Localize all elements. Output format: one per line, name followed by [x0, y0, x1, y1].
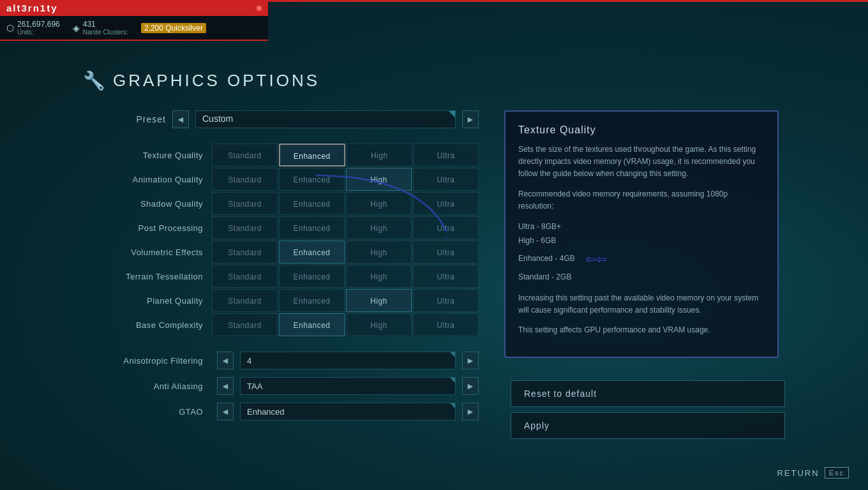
quality-option-button[interactable]: Enhanced	[279, 216, 345, 239]
quality-option-button[interactable]: Enhanced	[279, 144, 346, 167]
units-stat: ⬡ 261,697,696 Units:	[6, 20, 60, 36]
quality-option-button[interactable]: High	[347, 144, 412, 167]
quality-row: Animation QualityStandardEnhancedHighUlt…	[83, 168, 479, 191]
units-label: Units:	[17, 29, 60, 36]
dropdown-right-arrow[interactable]: ►	[462, 377, 479, 395]
dropdown-row-label: Anisotropic Filtering	[83, 356, 211, 366]
nanite-label: Nanite Clusters:	[83, 29, 128, 36]
quality-option-button[interactable]: Ultra	[413, 216, 479, 239]
hud-panel: alt3rn1ty ⬡ 261,697,696 Units: ◈ 431 Nan…	[0, 0, 268, 41]
quicksilver-badge: 2,200 Quicksilver	[141, 23, 206, 33]
quality-option-button[interactable]: Ultra	[413, 168, 479, 191]
quality-option-button[interactable]: Ultra	[414, 144, 479, 167]
dropdown-field[interactable]: TAA	[240, 377, 456, 395]
quality-row-label: Shadow Quality	[83, 199, 211, 209]
dropdown-field[interactable]: 4	[240, 352, 456, 369]
hud-stats-row: ⬡ 261,697,696 Units: ◈ 431 Nanite Cluste…	[0, 16, 268, 40]
preset-left-arrow[interactable]: ◄	[172, 110, 189, 128]
dropdown-row: Anisotropic Filtering◄4►	[83, 349, 479, 372]
quality-option-button[interactable]: High	[346, 289, 412, 312]
quality-row-label: Animation Quality	[83, 175, 211, 184]
dropdown-row: Anti Aliasing◄TAA►	[83, 375, 479, 397]
preset-right-arrow[interactable]: ►	[462, 110, 479, 128]
preset-dropdown[interactable]: Custom	[195, 110, 456, 128]
preset-corner	[449, 111, 455, 117]
dropdown-corner	[450, 403, 455, 408]
dropdown-section: Anisotropic Filtering◄4►Anti Aliasing◄TA…	[83, 349, 479, 423]
main-content: 🔧 Graphics Options Preset ◄ Custom ► Tex…	[83, 70, 868, 426]
quality-row: Planet QualityStandardEnhancedHighUltra	[83, 289, 479, 312]
quality-option-button[interactable]: Standard	[212, 241, 278, 264]
dropdown-left-arrow[interactable]: ◄	[217, 403, 234, 420]
settings-left: Preset ◄ Custom ► Texture QualityStandar…	[83, 110, 479, 426]
quality-row-label: Post Processing	[83, 223, 211, 233]
quality-option-button[interactable]: Ultra	[413, 192, 479, 215]
quality-row-label: Base Complexity	[83, 320, 211, 330]
dropdown-corner	[450, 378, 455, 383]
dropdown-row: GTAO◄Enhanced►	[83, 400, 479, 423]
info-desc3: Increasing this setting past the availab…	[518, 292, 765, 316]
requirement-line: High - 6GB	[518, 234, 765, 248]
quality-option-button[interactable]: Enhanced	[279, 289, 345, 312]
quality-option-button[interactable]: Standard	[212, 144, 278, 167]
nanite-stat: ◈ 431 Nanite Clusters:	[73, 20, 128, 36]
quality-option-button[interactable]: Ultra	[413, 289, 479, 312]
quality-option-button[interactable]: Standard	[212, 313, 278, 336]
quality-option-button[interactable]: Standard	[212, 168, 278, 191]
dropdown-left-arrow[interactable]: ◄	[217, 377, 234, 395]
quality-option-button[interactable]: Enhanced	[279, 265, 345, 288]
quality-option-button[interactable]: Standard	[212, 216, 278, 239]
requirement-line: Enhanced - 4GB⇦⇦	[518, 248, 765, 271]
quality-option-button[interactable]: High	[346, 192, 412, 215]
return-key: Esc	[825, 467, 849, 479]
info-desc4: This setting affects GPU performance and…	[518, 324, 765, 336]
quicksilver-stat: 2,200 Quicksilver	[141, 20, 206, 36]
quality-option-button[interactable]: High	[346, 168, 412, 191]
preset-row: Preset ◄ Custom ►	[83, 110, 479, 128]
quality-option-button[interactable]: Standard	[212, 289, 278, 312]
dropdown-right-arrow[interactable]: ►	[462, 352, 479, 369]
quality-option-button[interactable]: Ultra	[413, 265, 479, 288]
quality-option-button[interactable]: Standard	[212, 265, 278, 288]
quicksilver-value: 2,200	[144, 24, 163, 33]
quality-row: Base ComplexityStandardEnhancedHighUltra	[83, 313, 479, 336]
requirement-line: Ultra - 8GB+	[518, 220, 765, 234]
page-title-area: 🔧 Graphics Options	[83, 70, 868, 91]
hud-dot	[257, 6, 262, 11]
quality-row: Post ProcessingStandardEnhancedHighUltra	[83, 216, 479, 239]
quality-option-button[interactable]: Enhanced	[279, 168, 345, 191]
nanite-icon: ◈	[73, 23, 80, 33]
units-value: 261,697,696	[17, 20, 60, 29]
wrench-icon: 🔧	[83, 70, 105, 91]
dropdown-left-arrow[interactable]: ◄	[217, 352, 234, 369]
dropdown-corner	[450, 352, 455, 357]
dropdown-row-label: Anti Aliasing	[83, 382, 211, 391]
quality-option-button[interactable]: Standard	[212, 192, 278, 215]
quality-option-button[interactable]: High	[346, 216, 412, 239]
quality-option-button[interactable]: High	[346, 313, 412, 336]
quality-row: Texture QualityStandardEnhancedHighUltra	[83, 144, 479, 167]
reset-button[interactable]: Reset to default	[511, 380, 785, 407]
quality-option-button[interactable]: High	[346, 241, 412, 264]
quality-option-button[interactable]: Enhanced	[279, 241, 345, 264]
dropdown-row-label: GTAO	[83, 407, 211, 417]
nanite-value: 431	[83, 20, 96, 29]
dropdown-field[interactable]: Enhanced	[240, 403, 456, 420]
quality-row-label: Volumetric Effects	[83, 248, 211, 257]
annotation-arrow-inline: ⇦⇦	[585, 248, 607, 271]
quality-option-button[interactable]: Enhanced	[279, 192, 345, 215]
return-button[interactable]: RETURN Esc	[777, 467, 849, 479]
quality-option-button[interactable]: Enhanced	[279, 313, 345, 336]
quality-row: Shadow QualityStandardEnhancedHighUltra	[83, 192, 479, 215]
page-title: Graphics Options	[113, 71, 320, 91]
preset-value: Custom	[202, 114, 233, 124]
info-desc1: Sets the size of the textures used throu…	[518, 144, 765, 181]
quality-option-button[interactable]: Ultra	[413, 241, 479, 264]
return-label: RETURN	[777, 468, 819, 478]
quality-option-button[interactable]: High	[346, 265, 412, 288]
quality-option-button[interactable]: Ultra	[413, 313, 479, 336]
info-requirements: Ultra - 8GB+High - 6GBEnhanced - 4GB⇦⇦St…	[518, 220, 765, 285]
bottom-buttons: Reset to default Apply	[511, 380, 785, 439]
dropdown-right-arrow[interactable]: ►	[462, 403, 479, 420]
apply-button[interactable]: Apply	[511, 412, 785, 439]
